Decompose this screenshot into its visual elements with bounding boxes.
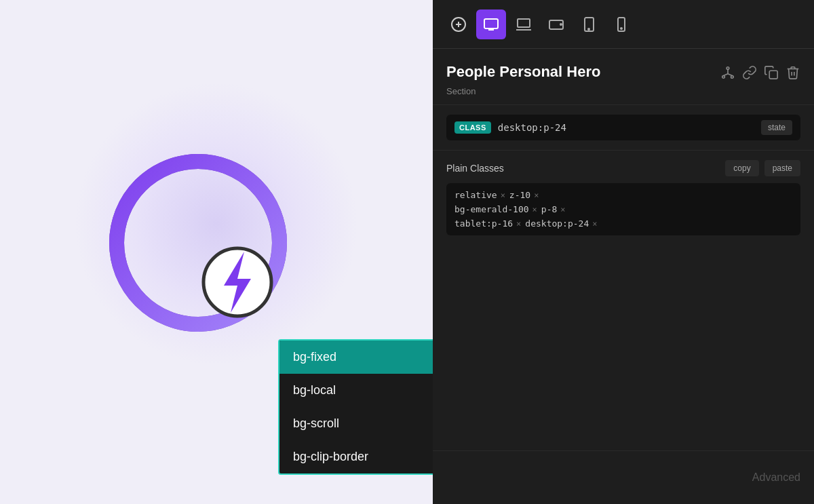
component-header: People Personal Hero bbox=[433, 49, 814, 105]
add-element-button[interactable] bbox=[444, 9, 473, 39]
plain-classes-header: Plain Classes copy paste bbox=[446, 160, 800, 176]
svg-line-22 bbox=[724, 74, 728, 76]
classes-row-1: relative × z-10 × bbox=[454, 190, 792, 200]
class-input-value[interactable]: desktop:p-24 bbox=[498, 122, 754, 133]
class-editor: CLASS desktop:p-24 state bbox=[433, 105, 814, 151]
class-tag-desktop-p-24: desktop:p-24 × bbox=[525, 218, 597, 229]
class-dropdown[interactable]: bg-fixed bg-local bg-scroll bg-clip-bord… bbox=[278, 339, 433, 475]
canvas-bolt-icon bbox=[200, 245, 275, 319]
dropdown-item-bg-local[interactable]: bg-local bbox=[279, 374, 433, 407]
remove-tablet-p16-button[interactable]: × bbox=[516, 219, 521, 229]
classes-tags-container: relative × z-10 × bg-emerald-100 × p-8 × bbox=[446, 183, 800, 235]
dropdown-item-bg-fixed[interactable]: bg-fixed bbox=[279, 341, 433, 374]
svg-point-17 bbox=[621, 28, 622, 29]
svg-point-13 bbox=[560, 24, 562, 25]
toolbar bbox=[433, 0, 814, 49]
svg-point-15 bbox=[588, 28, 589, 30]
remove-bg-emerald-button[interactable]: × bbox=[532, 205, 537, 214]
svg-rect-10 bbox=[518, 19, 530, 27]
component-title: People Personal Hero bbox=[446, 62, 600, 82]
device-laptop-button[interactable] bbox=[509, 9, 539, 39]
advanced-section: Advanced bbox=[433, 450, 814, 504]
dropdown-item-bg-clip-border[interactable]: bg-clip-border bbox=[279, 440, 433, 473]
class-tag-p-8: p-8 × bbox=[541, 204, 566, 214]
delete-icon[interactable] bbox=[786, 65, 800, 83]
svg-point-18 bbox=[726, 67, 729, 70]
class-tag-relative: relative × bbox=[454, 190, 505, 200]
class-tag-bg-emerald: bg-emerald-100 × bbox=[454, 204, 537, 214]
class-tag-tablet-p-16: tablet:p-16 × bbox=[454, 218, 521, 229]
device-tablet-landscape-button[interactable] bbox=[541, 9, 571, 39]
class-tag-z-10: z-10 × bbox=[509, 190, 539, 200]
plain-classes-section: Plain Classes copy paste relative × z-10… bbox=[433, 151, 814, 245]
remove-z10-button[interactable]: × bbox=[534, 191, 539, 200]
svg-point-19 bbox=[722, 76, 725, 79]
remove-relative-button[interactable]: × bbox=[501, 191, 505, 200]
canvas-area: bg-fixed bg-local bg-scroll bg-clip-bord… bbox=[0, 0, 433, 504]
component-type: Section bbox=[446, 86, 800, 96]
paste-button[interactable]: paste bbox=[764, 160, 800, 176]
classes-row-2: bg-emerald-100 × p-8 × bbox=[454, 204, 792, 214]
class-badge: CLASS bbox=[454, 121, 491, 134]
svg-line-23 bbox=[728, 74, 732, 76]
class-state-button[interactable]: state bbox=[761, 120, 792, 135]
copy-button[interactable]: copy bbox=[725, 160, 758, 176]
class-input-row: CLASS desktop:p-24 state bbox=[446, 115, 800, 140]
svg-rect-24 bbox=[769, 71, 777, 79]
svg-point-20 bbox=[731, 76, 734, 79]
device-desktop-button[interactable] bbox=[476, 9, 506, 39]
remove-p8-button[interactable]: × bbox=[560, 205, 565, 214]
link-icon[interactable] bbox=[742, 65, 757, 83]
device-mobile-button[interactable] bbox=[606, 9, 636, 39]
remove-desktop-p24-button[interactable]: × bbox=[592, 219, 597, 229]
plain-classes-title: Plain Classes bbox=[446, 163, 504, 174]
device-tablet-portrait-button[interactable] bbox=[574, 9, 604, 39]
hierarchy-icon[interactable] bbox=[720, 65, 735, 83]
classes-row-3: tablet:p-16 × desktop:p-24 × bbox=[454, 218, 792, 229]
svg-rect-7 bbox=[484, 19, 498, 28]
right-panel: People Personal Hero bbox=[433, 0, 814, 504]
dropdown-item-bg-scroll[interactable]: bg-scroll bbox=[279, 407, 433, 440]
duplicate-icon[interactable] bbox=[764, 65, 779, 83]
advanced-button[interactable]: Advanced bbox=[446, 465, 800, 490]
component-actions bbox=[720, 65, 800, 83]
copy-paste-buttons: copy paste bbox=[725, 160, 800, 176]
